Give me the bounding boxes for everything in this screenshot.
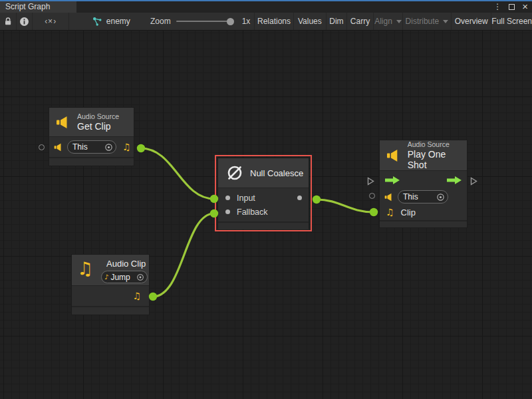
wire-endpoint[interactable] (370, 208, 378, 216)
fallback-port-label: Fallback (237, 207, 268, 217)
close-icon[interactable]: × (522, 2, 528, 11)
tab-script-graph[interactable]: Script Graph (0, 1, 76, 13)
zoom-slider[interactable] (176, 13, 237, 30)
clip-port-icon: ♫ (386, 207, 394, 217)
zoom-value: 1x (242, 13, 251, 30)
object-picker-icon[interactable] (436, 193, 445, 201)
maximize-icon[interactable] (509, 4, 515, 10)
node-footer (380, 220, 467, 227)
node-null-coalesce-selection: Null Coalesce Input Fallback (215, 155, 312, 231)
chevron-down-icon (443, 20, 448, 23)
audio-clip-icon: ♫ (77, 259, 93, 277)
graph-name: enemy (106, 17, 130, 26)
node-title: Play One Shot (408, 149, 467, 170)
values-button[interactable]: Values (294, 13, 327, 30)
fullscreen-button[interactable]: Full Screen (491, 13, 532, 30)
play-one-shot-target-port[interactable] (369, 193, 375, 199)
wire-endpoint[interactable] (149, 293, 157, 301)
node-category: Audio Source (77, 112, 119, 120)
node-play-one-shot-header: Audio Source Play One Shot (380, 140, 467, 171)
result-port[interactable] (297, 196, 302, 200)
code-preview-button[interactable]: ‹×› (33, 13, 68, 30)
wire-endpoint[interactable] (313, 196, 321, 203)
flow-out-arrow-icon[interactable] (446, 176, 462, 185)
node-footer (72, 306, 149, 315)
node-title: Get Clip (77, 121, 119, 132)
input-port[interactable] (225, 196, 230, 200)
chevron-down-icon (396, 20, 402, 23)
graph-toolbar: ‹×› enemy Zoom 1x Relations Values Dim C… (0, 13, 532, 31)
audio-source-port-icon (54, 143, 63, 152)
lock-icon (3, 17, 13, 26)
null-coalesce-icon (226, 164, 243, 182)
node-get-clip[interactable]: Audio Source Get Clip This ♫ (49, 107, 134, 166)
fallback-port[interactable] (225, 209, 230, 214)
node-audio-clip-header: ♫ Audio Clip ♪ Jump (72, 255, 149, 286)
zoom-slider-track (176, 21, 229, 22)
graph-icon (92, 17, 102, 27)
zoom-label: Zoom (150, 13, 171, 30)
audio-source-icon (386, 149, 401, 162)
node-play-one-shot[interactable]: Audio Source Play One Shot This (379, 140, 467, 228)
wire-null-to-clip[interactable] (317, 200, 374, 212)
audio-clip-output-icon[interactable]: ♫ (122, 142, 131, 152)
node-footer (218, 221, 309, 229)
code-preview-icon: ‹×› (45, 17, 57, 26)
window-menu-icon[interactable]: ⋮ (493, 2, 501, 11)
lock-button[interactable] (0, 13, 17, 30)
overview-button[interactable]: Overview (452, 13, 491, 30)
flow-in-arrow-icon[interactable] (384, 176, 400, 185)
dim-button[interactable]: Dim (327, 13, 347, 30)
flow-in-port[interactable] (367, 177, 374, 186)
node-footer (49, 157, 134, 166)
audio-clip-field[interactable]: ♪ Jump (101, 271, 148, 283)
carry-button[interactable]: Carry (347, 13, 374, 30)
tab-bar: Script Graph ⋮ × (0, 0, 532, 13)
graph-canvas[interactable]: Audio Source Get Clip This ♫ (0, 31, 532, 399)
node-get-clip-header: Audio Source Get Clip (49, 108, 134, 137)
wire-getclip-to-input[interactable] (141, 148, 214, 199)
node-null-coalesce-header: Null Coalesce (218, 158, 309, 188)
wire-endpoint[interactable] (137, 144, 145, 152)
play-one-shot-target-field[interactable]: This (398, 190, 448, 203)
node-title: Null Coalesce (250, 168, 303, 178)
focused-tab-accent (0, 0, 532, 1)
window-controls: ⋮ × (493, 1, 528, 12)
node-null-coalesce[interactable]: Null Coalesce Input Fallback (217, 158, 309, 229)
script-graph-window: Script Graph ⋮ × ‹×› (0, 0, 532, 399)
graph-breadcrumb[interactable]: enemy (92, 13, 141, 30)
flow-out-port[interactable] (470, 177, 477, 186)
audio-source-icon (56, 116, 70, 129)
audio-source-port-icon (384, 193, 394, 201)
clip-port-label: Clip (401, 207, 416, 217)
input-port-label: Input (237, 194, 255, 203)
tab-title: Script Graph (5, 2, 50, 11)
node-title: Audio Clip (106, 259, 146, 269)
get-clip-target-field[interactable]: This (67, 140, 116, 154)
zoom-slider-handle[interactable] (227, 18, 234, 25)
distribute-dropdown: Distribute (403, 13, 452, 30)
relations-button[interactable]: Relations (254, 13, 293, 30)
audio-clip-output-icon[interactable]: ♫ (132, 291, 141, 301)
wire-audioclip-to-fallback[interactable] (153, 213, 214, 297)
object-picker-icon[interactable] (136, 273, 144, 281)
info-icon (19, 17, 29, 27)
node-audio-clip[interactable]: ♫ Audio Clip ♪ Jump ♫ (71, 254, 150, 315)
info-button[interactable] (17, 13, 33, 30)
get-clip-target-port[interactable] (39, 144, 45, 150)
object-picker-icon[interactable] (104, 143, 113, 152)
align-dropdown: Align (374, 13, 403, 30)
node-category: Audio Source (408, 140, 467, 148)
music-note-icon: ♪ (104, 274, 108, 281)
